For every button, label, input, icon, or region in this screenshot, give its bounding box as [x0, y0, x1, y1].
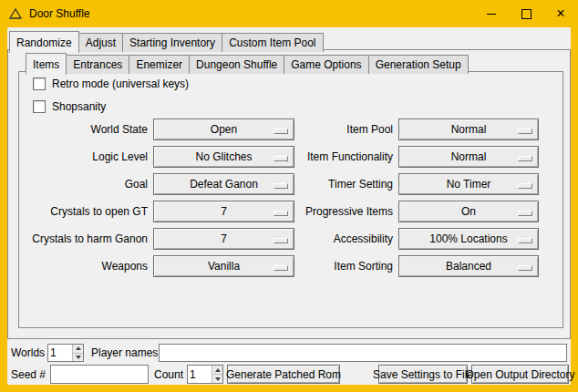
item-pool-dropdown[interactable]: Normal: [398, 119, 539, 140]
count-spinner: [187, 365, 223, 384]
minimize-icon: [487, 14, 496, 15]
item-functionality-label: Item Functionality: [293, 146, 393, 168]
accessibility-dropdown[interactable]: 100% Locations: [398, 228, 539, 250]
dropdown-indicator-icon: [274, 238, 288, 243]
weapons-value: Vanilla: [208, 260, 240, 273]
client-area: Randomize Adjust Starting Inventory Cust…: [7, 27, 571, 385]
timer-setting-label: Timer Setting: [293, 173, 393, 195]
window-title: Door Shuffle: [29, 7, 90, 20]
accessibility-label: Accessibility: [293, 228, 393, 250]
maximize-icon: [521, 9, 532, 19]
tab-entrances[interactable]: Entrances: [66, 55, 129, 74]
count-spin-down-button[interactable]: [212, 375, 222, 383]
worlds-input[interactable]: [48, 345, 72, 361]
logic-level-value: No Glitches: [195, 150, 252, 163]
item-pool-label: Item Pool: [293, 119, 393, 140]
tab-starting-inventory[interactable]: Starting Inventory: [122, 33, 222, 52]
tab-adjust[interactable]: Adjust: [78, 33, 123, 52]
crystals-gt-label: Crystals to open GT: [7, 201, 148, 222]
up-arrow-icon: [76, 346, 81, 350]
tab-dungeon-shuffle[interactable]: Dungeon Shuffle: [189, 55, 284, 74]
dropdown-indicator-icon: [518, 156, 532, 161]
sub-tab-bar: Items Entrances Enemizer Dungeon Shuffle…: [26, 53, 468, 74]
item-functionality-dropdown[interactable]: Normal: [398, 146, 539, 168]
goal-label: Goal: [7, 173, 148, 195]
save-settings-button[interactable]: Save Settings to File: [378, 365, 468, 384]
tab-custom-item-pool[interactable]: Custom Item Pool: [222, 33, 323, 52]
accessibility-value: 100% Locations: [429, 232, 507, 245]
app-icon: [9, 8, 22, 19]
crystals-ganon-value: 7: [221, 232, 227, 245]
down-arrow-icon: [76, 356, 81, 359]
close-icon: ×: [556, 6, 564, 21]
minimize-button[interactable]: [474, 0, 509, 27]
logic-level-dropdown[interactable]: No Glitches: [153, 146, 294, 168]
dropdown-indicator-icon: [518, 183, 532, 189]
world-state-value: Open: [211, 123, 237, 136]
retro-mode-label: Retro mode (universal keys): [52, 77, 189, 90]
up-arrow-icon: [215, 368, 221, 372]
crystals-gt-value: 7: [221, 205, 227, 218]
goal-value: Defeat Ganon: [190, 178, 258, 191]
app-window: Door Shuffle × Randomize Adjust Starting…: [0, 0, 578, 392]
worlds-label: Worlds: [11, 344, 45, 362]
shopsanity-row: Shopsanity: [33, 100, 106, 113]
maximize-button[interactable]: [509, 0, 543, 27]
generate-patched-rom-button[interactable]: Generate Patched Rom: [227, 365, 340, 384]
crystals-gt-dropdown[interactable]: 7: [153, 201, 294, 222]
weapons-dropdown[interactable]: Vanilla: [153, 255, 294, 277]
shopsanity-label: Shopsanity: [52, 100, 106, 113]
tab-enemizer[interactable]: Enemizer: [129, 55, 190, 74]
timer-setting-dropdown[interactable]: No Timer: [398, 173, 539, 195]
weapons-label: Weapons: [7, 255, 148, 277]
item-pool-value: Normal: [451, 123, 487, 136]
titlebar[interactable]: Door Shuffle ×: [0, 0, 578, 27]
item-functionality-value: Normal: [451, 150, 487, 163]
shopsanity-checkbox[interactable]: [33, 100, 46, 113]
world-state-label: World State: [7, 119, 148, 140]
count-input[interactable]: [188, 366, 212, 383]
count-spin-up-button[interactable]: [212, 366, 222, 375]
logic-level-label: Logic Level: [7, 146, 148, 168]
item-sorting-dropdown[interactable]: Balanced: [398, 255, 539, 277]
dropdown-indicator-icon: [274, 265, 288, 271]
dropdown-indicator-icon: [518, 238, 532, 243]
seed-input[interactable]: [50, 365, 149, 384]
dropdown-indicator-icon: [518, 211, 532, 216]
progressive-items-label: Progressive Items: [293, 201, 393, 222]
progressive-items-dropdown[interactable]: On: [398, 201, 539, 222]
timer-setting-value: No Timer: [447, 178, 491, 191]
open-output-directory-button[interactable]: Open Output Directory: [471, 365, 569, 384]
dropdown-indicator-icon: [518, 265, 532, 271]
tab-items[interactable]: Items: [26, 53, 67, 75]
dropdown-indicator-icon: [518, 129, 532, 134]
tab-game-options[interactable]: Game Options: [284, 55, 368, 74]
dropdown-indicator-icon: [274, 183, 288, 189]
world-state-dropdown[interactable]: Open: [153, 119, 294, 140]
main-tab-bar: Randomize Adjust Starting Inventory Cust…: [9, 31, 323, 52]
tab-generation-setup[interactable]: Generation Setup: [368, 55, 469, 74]
tab-randomize[interactable]: Randomize: [9, 31, 79, 53]
dropdown-indicator-icon: [274, 211, 288, 216]
item-sorting-label: Item Sorting: [293, 255, 393, 277]
retro-mode-row: Retro mode (universal keys): [33, 77, 189, 90]
seed-label: Seed #: [11, 366, 46, 384]
dropdown-indicator-icon: [274, 129, 288, 134]
crystals-ganon-label: Crystals to harm Ganon: [7, 228, 148, 250]
worlds-spinner: [47, 344, 84, 362]
crystals-ganon-dropdown[interactable]: 7: [153, 228, 294, 250]
player-names-label: Player names: [91, 344, 158, 362]
close-button[interactable]: ×: [543, 0, 578, 27]
worlds-spin-down-button[interactable]: [73, 354, 83, 362]
worlds-spin-up-button[interactable]: [73, 345, 83, 354]
down-arrow-icon: [215, 377, 221, 381]
retro-mode-checkbox[interactable]: [33, 77, 46, 90]
player-names-input[interactable]: [159, 344, 567, 362]
item-sorting-value: Balanced: [446, 260, 491, 273]
goal-dropdown[interactable]: Defeat Ganon: [153, 173, 294, 195]
dropdown-indicator-icon: [274, 156, 288, 161]
progressive-items-value: On: [461, 205, 476, 218]
count-label: Count: [154, 366, 183, 384]
